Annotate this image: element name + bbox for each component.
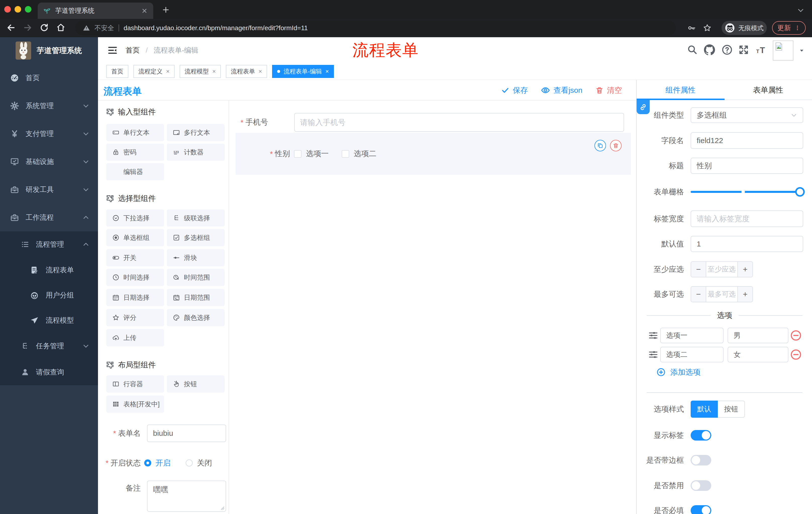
tag-close-icon[interactable]: × <box>212 68 216 75</box>
remove-option-button[interactable] <box>790 349 802 360</box>
status-radio-on[interactable]: 开启 <box>144 454 171 472</box>
forward-button[interactable] <box>23 23 32 32</box>
drag-handle-icon[interactable] <box>648 330 658 341</box>
delete-component-button[interactable] <box>610 140 621 152</box>
palette-item-rate[interactable]: 评分 <box>106 309 164 326</box>
form-grid-slider[interactable] <box>691 191 803 193</box>
address-bar[interactable]: 不安全 dashboard.yudao.iocoder.cn/bpm/manag… <box>76 21 676 35</box>
tab-form-props[interactable]: 表单属性 <box>724 80 812 100</box>
component-type-select[interactable]: 多选框组 <box>691 107 803 123</box>
palette-item-cascader[interactable]: 级联选择 <box>167 210 225 226</box>
disabled-switch[interactable] <box>691 480 711 491</box>
slider-handle[interactable] <box>795 187 805 197</box>
sidebar-item-leave-query[interactable]: 请假查询 <box>0 359 98 385</box>
tab-component-props[interactable]: 组件属性 <box>637 80 724 100</box>
palette-item-color-picker[interactable]: 颜色选择 <box>167 309 225 326</box>
stepper-plus-button[interactable]: + <box>737 287 752 302</box>
label-width-input[interactable] <box>691 211 803 227</box>
palette-item-single-text[interactable]: 单行文本 <box>106 124 164 141</box>
form-name-field[interactable] <box>147 425 226 442</box>
home-button[interactable] <box>56 23 65 32</box>
max-select-stepper[interactable]: − 最多可选 + <box>691 286 753 302</box>
github-icon[interactable] <box>704 44 715 55</box>
stepper-plus-button[interactable]: + <box>737 262 752 277</box>
sidebar-item-home[interactable]: 首页 <box>0 64 98 92</box>
min-select-stepper[interactable]: − 至少应选 + <box>691 261 753 277</box>
palette-item-multi-text[interactable]: 多行文本 <box>167 124 225 141</box>
help-icon[interactable] <box>722 44 733 55</box>
default-value-input[interactable] <box>691 236 803 252</box>
avatar-caret-down-icon[interactable] <box>799 47 805 54</box>
border-switch[interactable] <box>691 455 711 465</box>
palette-item-button[interactable]: 按钮 <box>167 375 225 393</box>
sidebar-item-user-group[interactable]: 用户分组 <box>0 283 98 308</box>
palette-item-radio-group[interactable]: 单选框组 <box>106 229 164 246</box>
traffic-minimize-button[interactable] <box>14 6 21 12</box>
breadcrumb-home[interactable]: 首页 <box>126 46 140 55</box>
option-value-input[interactable] <box>728 328 788 343</box>
stepper-minus-button[interactable]: − <box>691 287 706 302</box>
option-label-input[interactable] <box>660 328 724 343</box>
traffic-zoom-button[interactable] <box>25 6 31 12</box>
tag-close-icon[interactable]: × <box>259 68 262 75</box>
font-size-icon[interactable] <box>756 44 767 55</box>
sidebar-item-task-mgmt[interactable]: 任务管理 <box>0 333 98 359</box>
tag-process-form-edit[interactable]: 流程表单-编辑 × <box>272 65 334 78</box>
selected-component-gender[interactable]: * 性别 选项一 选项二 <box>236 133 631 175</box>
palette-item-editor[interactable]: 编辑器 <box>106 163 164 180</box>
tag-process-model[interactable]: 流程模型 × <box>180 65 221 78</box>
field-name-input[interactable] <box>691 132 803 149</box>
title-input[interactable] <box>691 158 803 174</box>
sidebar-item-payment[interactable]: 支付管理 <box>0 120 98 147</box>
option-value-field[interactable] <box>728 328 788 343</box>
palette-item-upload[interactable]: 上传 <box>106 329 164 346</box>
palette-item-counter[interactable]: 计数器 <box>167 143 225 161</box>
option-style-button-button[interactable]: 按钮 <box>718 401 745 418</box>
checkbox-icon[interactable] <box>342 150 349 158</box>
browser-tab[interactable]: 芋道管理系统 <box>38 2 153 19</box>
default-value-field[interactable] <box>691 236 803 252</box>
tab-strip-chevron-down-icon[interactable] <box>797 6 805 14</box>
option-label-field[interactable] <box>660 347 724 362</box>
stepper-placeholder[interactable]: 最多可选 <box>706 287 737 302</box>
copy-component-button[interactable] <box>594 140 606 152</box>
option-label-input[interactable] <box>660 347 724 362</box>
stepper-placeholder[interactable]: 至少应选 <box>706 262 737 277</box>
palette-item-row-container[interactable]: 行容器 <box>106 375 164 393</box>
phone-field[interactable] <box>294 113 624 132</box>
gender-option-1[interactable]: 选项一 <box>294 133 329 175</box>
option-value-input[interactable] <box>728 347 788 362</box>
remove-option-button[interactable] <box>790 330 802 341</box>
drag-handle-icon[interactable] <box>648 350 658 360</box>
sidebar-item-process-mgmt[interactable]: 流程管理 <box>0 231 98 258</box>
sidebar-item-devtools[interactable]: 研发工具 <box>0 175 98 204</box>
phone-input[interactable] <box>294 113 624 132</box>
palette-item-select[interactable]: 下拉选择 <box>106 210 164 226</box>
remark-textarea[interactable]: 嘿嘿 <box>147 481 226 512</box>
palette-item-date-picker[interactable]: 日期选择 <box>106 289 164 306</box>
fullscreen-icon[interactable] <box>738 44 749 55</box>
option-style-default-button[interactable]: 默认 <box>691 401 718 418</box>
palette-item-password[interactable]: 密码 <box>106 143 164 161</box>
palette-item-date-range[interactable]: 日期范围 <box>167 289 225 306</box>
sidebar-item-workflow[interactable]: 工作流程 <box>0 204 98 231</box>
tag-close-icon[interactable]: × <box>166 68 170 75</box>
clear-button[interactable]: 清空 <box>596 85 622 96</box>
sidebar-logo[interactable]: 芋道管理系统 <box>0 37 98 64</box>
traffic-close-button[interactable] <box>4 6 11 12</box>
show-label-switch[interactable] <box>691 430 711 440</box>
palette-item-table[interactable]: 表格[开发中] <box>106 396 164 413</box>
tag-close-icon[interactable]: × <box>325 68 329 75</box>
option-value-field[interactable] <box>728 347 788 362</box>
tag-process-form[interactable]: 流程表单 × <box>226 65 267 78</box>
back-button[interactable] <box>6 23 16 32</box>
gender-option-2[interactable]: 选项二 <box>342 133 376 175</box>
tab-close-icon[interactable] <box>141 7 148 14</box>
tag-process-definition[interactable]: 流程定义 × <box>134 65 175 78</box>
required-switch[interactable] <box>691 505 711 514</box>
palette-item-time-picker[interactable]: 时间选择 <box>106 269 164 286</box>
update-button[interactable]: 更新 <box>772 21 806 35</box>
title-field[interactable] <box>691 158 803 174</box>
new-tab-button[interactable] <box>162 6 170 13</box>
reload-button[interactable] <box>40 23 49 32</box>
